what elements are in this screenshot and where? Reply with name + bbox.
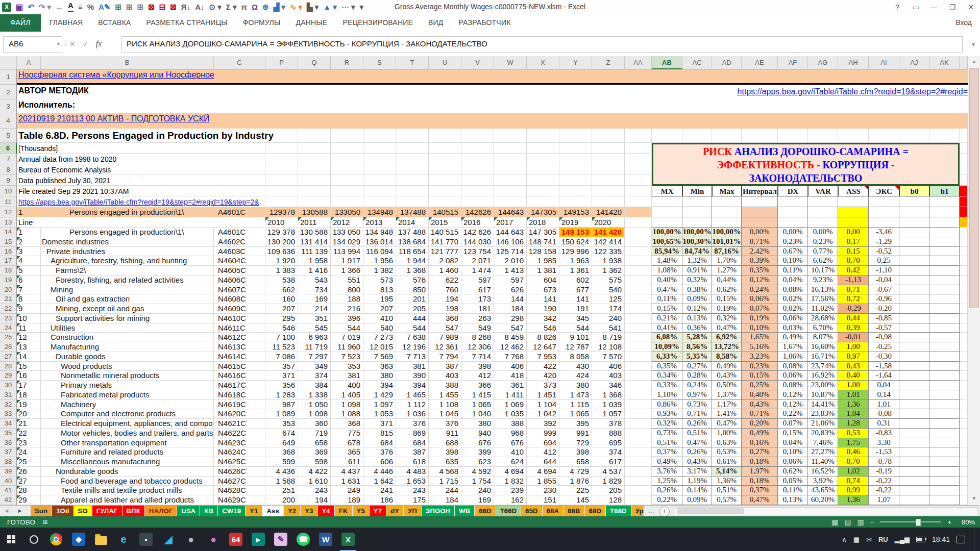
cell-r23-c8[interactable]: 444 <box>396 314 429 323</box>
cell-r38-c2[interactable]: Miscellaneous manufacturing <box>41 457 214 467</box>
cell-r17-c22[interactable]: 0,70 <box>838 256 869 266</box>
cell-r35-c23[interactable]: -0,83 <box>869 429 899 438</box>
cell-r40-c13[interactable]: 1 876 <box>559 477 592 486</box>
cell-r39-c20[interactable]: 0,62% <box>778 467 808 477</box>
cell-r14-c24[interactable] <box>899 228 929 237</box>
chart-area-icon[interactable]: ▲ ▾ <box>323 1 337 14</box>
cell-r32-c24[interactable] <box>899 400 929 410</box>
vertical-scrollbar-thumb[interactable] <box>969 68 979 308</box>
sheet-tab-Y3[interactable]: Y3 <box>301 506 317 517</box>
row-header-28[interactable]: 28 <box>0 362 17 371</box>
cell-r38-c18[interactable]: 0,61% <box>712 457 742 467</box>
save-icon[interactable]: ▣ <box>16 1 23 14</box>
cell-r20-c8[interactable]: 850 <box>396 285 429 295</box>
cell-r20-c15[interactable] <box>625 285 652 295</box>
cell-row12-col15[interactable] <box>625 207 652 217</box>
cell-r37-c14[interactable]: 374 <box>592 447 625 457</box>
cell-r28-c7[interactable]: 363 <box>363 362 396 371</box>
cell-r37-c21[interactable]: 27,27% <box>808 447 838 457</box>
risk-header-ASS[interactable]: ASS <box>838 186 869 196</box>
cell-r15-c24[interactable] <box>899 237 929 247</box>
cell-r16-c25[interactable] <box>929 247 960 257</box>
name-box-dropdown-icon[interactable]: ▾ <box>57 37 60 51</box>
cell-row12-col7[interactable]: 134948 <box>363 207 396 217</box>
cell-r36-c1[interactable]: 23 <box>17 438 41 448</box>
cortana-search-icon[interactable] <box>22 528 45 551</box>
ribbon-tab-рецензирование[interactable]: РЕЦЕНЗИРОВАНИЕ <box>335 14 421 32</box>
cell-r25-c12[interactable]: 8 826 <box>527 333 559 342</box>
cell-r16-c21[interactable]: 0,77% <box>808 247 838 257</box>
cell-r21-c11[interactable]: 144 <box>494 294 527 304</box>
cell-r16-c8[interactable]: 118 654 <box>396 247 429 257</box>
cell-r32-c20[interactable]: 0,12% <box>778 400 808 410</box>
cell-r14-c18[interactable]: 100,00% <box>712 228 742 237</box>
cell-r34-c3[interactable]: N4621C <box>214 419 265 429</box>
cell-r24-c26[interactable] <box>960 323 968 333</box>
cell-r41-c14[interactable]: 205 <box>592 486 625 495</box>
cell-r22-c12[interactable]: 190 <box>527 304 559 314</box>
cell-r42-c6[interactable]: 189 <box>331 495 363 505</box>
cell-r26-c6[interactable]: 11 960 <box>331 342 363 352</box>
cell-r18-c11[interactable]: 1 413 <box>494 266 527 276</box>
cell-r15-c5[interactable]: 131 414 <box>298 237 331 247</box>
cell-r31-c17[interactable]: 0,97% <box>682 390 712 400</box>
name-box-splitter[interactable]: ⋮ <box>62 39 69 47</box>
cell-r37-c11[interactable]: 410 <box>494 447 527 457</box>
cell-r27-c3[interactable]: N4614C <box>214 352 265 362</box>
scroll-down-icon[interactable]: ▼ <box>969 494 979 503</box>
cell-r28-c16[interactable]: 0,35% <box>652 362 682 371</box>
cell-r33-c8[interactable]: 1 036 <box>396 409 429 419</box>
cell-r15-c15[interactable] <box>625 237 652 247</box>
view-normal-icon[interactable]: ▦ <box>831 518 838 526</box>
cell-r14-c2[interactable]: Persons engaged in production\1\ <box>41 228 214 237</box>
cell-r30-c10[interactable]: 366 <box>461 381 494 390</box>
cell-r27-c24[interactable] <box>899 352 929 362</box>
cell-r17-c8[interactable]: 1 944 <box>396 256 429 266</box>
cell-r31-c16[interactable]: 1,10% <box>652 390 682 400</box>
cell-r20-c13[interactable]: 677 <box>559 285 592 295</box>
cell-r28-c6[interactable]: 353 <box>331 362 363 371</box>
cell-r24-c17[interactable]: 0,36% <box>682 323 712 333</box>
row-header-2[interactable]: 2 <box>0 85 17 100</box>
cell-r29-c10[interactable]: 412 <box>461 371 494 381</box>
cell-r40-c2[interactable]: Food and beverage and tobacco products <box>41 477 214 486</box>
row-header-26[interactable]: 26 <box>0 342 17 352</box>
cell-r33-c11[interactable]: 1 035 <box>494 409 527 419</box>
cell-r21-c21[interactable]: 17,56% <box>808 294 838 304</box>
cell-r39-c3[interactable]: N4626C <box>214 467 265 477</box>
cell-r31-c19[interactable]: 0,40% <box>742 390 778 400</box>
cell-r17-c19[interactable]: 0,39% <box>742 256 778 266</box>
cell-r17-c17[interactable]: 1,32% <box>682 256 712 266</box>
cell-r42-c18[interactable]: 0,57% <box>712 495 742 505</box>
cell-r29-c20[interactable]: 0,06% <box>778 371 808 381</box>
cell-r31-c11[interactable]: 1 411 <box>494 390 527 400</box>
cell-r15-c26[interactable] <box>960 237 968 247</box>
row-header-25[interactable]: 25 <box>0 333 17 342</box>
row-header-35[interactable]: 35 <box>0 429 17 438</box>
cell-r42-c21[interactable]: 60,20% <box>808 495 838 505</box>
ribbon-tab-разработчик[interactable]: РАЗРАБОТЧИК <box>451 14 519 32</box>
cell-r42-c2[interactable]: Apparel and leather and allied products <box>41 495 214 505</box>
cell-r31-c9[interactable]: 1 455 <box>429 390 461 400</box>
cell-r42-c20[interactable]: 0,13% <box>778 495 808 505</box>
cell-r31-c23[interactable]: 0,14 <box>869 390 899 400</box>
cell-r41-c8[interactable]: 243 <box>396 486 429 495</box>
sheet-tab-НАЛОГ[interactable]: НАЛОГ <box>145 506 177 517</box>
cell-r41-c6[interactable]: 249 <box>331 486 363 495</box>
cell-r29-c26[interactable] <box>960 371 968 381</box>
cell-r26-c16[interactable]: 10,09% <box>652 342 682 352</box>
cell-r26-c25[interactable] <box>929 342 960 352</box>
row-header-1[interactable]: 1 <box>0 69 17 85</box>
cell-r42-c5[interactable]: 194 <box>298 495 331 505</box>
cell-r29-c3[interactable]: N4616C <box>214 371 265 381</box>
row-header-24[interactable]: 24 <box>0 323 17 333</box>
omega-icon[interactable]: Ω <box>252 1 258 14</box>
cell-row12-col9[interactable]: 140515 <box>429 207 461 217</box>
cell-r29-c17[interactable]: 0,28% <box>682 371 712 381</box>
cell-r39-c7[interactable]: 4 446 <box>363 467 396 477</box>
zoom-level-label[interactable]: 80% <box>958 518 975 526</box>
cell-r41-c1[interactable]: 28 <box>17 486 41 495</box>
cell-r23-c9[interactable]: 368 <box>429 314 461 323</box>
help-button[interactable]: ? <box>888 0 906 14</box>
cell-r19-c13[interactable]: 602 <box>559 276 592 285</box>
